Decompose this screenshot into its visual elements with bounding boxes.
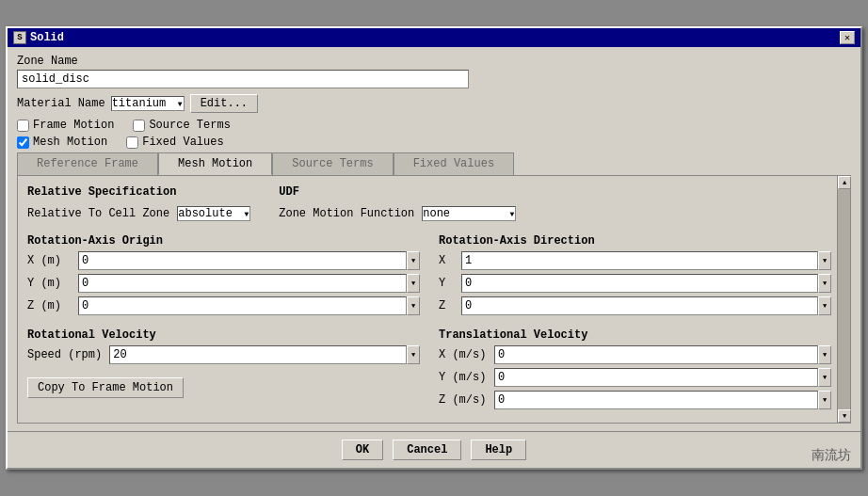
dir-z-row: Z ▼ (439, 296, 831, 315)
dir-y-arrow[interactable]: ▼ (818, 274, 831, 293)
trans-x-row: X (m/s) ▼ (439, 345, 831, 364)
dir-z-arrow[interactable]: ▼ (818, 296, 831, 315)
dir-z-input[interactable] (461, 296, 818, 315)
origin-z-arrow[interactable]: ▼ (407, 296, 420, 315)
cancel-button[interactable]: Cancel (393, 440, 461, 460)
scrollbar-track[interactable] (838, 189, 850, 409)
origin-y-input[interactable] (78, 274, 407, 293)
origin-y-label: Y (m) (27, 277, 74, 290)
dialog-title: Solid (30, 31, 64, 44)
material-select[interactable]: titanium (111, 96, 185, 111)
dir-y-label: Y (439, 277, 458, 290)
tab-source-terms[interactable]: Source Terms (272, 152, 393, 175)
scrollbar-up-button[interactable]: ▲ (838, 176, 851, 189)
zone-motion-label: Zone Motion Function (279, 207, 414, 220)
rotation-origin-col: Rotation-Axis Origin X (m) ▼ Y (m) ▼ (27, 234, 420, 319)
dir-x-wrapper: ▼ (461, 251, 831, 270)
checkbox-group: Frame Motion Source Terms (17, 119, 851, 132)
relative-to-cell-select[interactable]: absolute (177, 206, 250, 221)
checkbox-group-2: Mesh Motion Fixed Values (17, 136, 851, 149)
mesh-motion-checkbox-label[interactable]: Mesh Motion (17, 136, 107, 149)
trans-x-wrapper: ▼ (494, 345, 831, 364)
tab-reference-frame[interactable]: Reference Frame (17, 152, 158, 175)
tab-fixed-values[interactable]: Fixed Values (394, 152, 514, 175)
dialog-body: Zone Name Material Name titanium Edit...… (8, 47, 860, 431)
trans-y-label: Y (m/s) (439, 371, 490, 384)
mesh-motion-label: Mesh Motion (33, 136, 107, 149)
material-row: Material Name titanium Edit... (17, 94, 851, 113)
title-bar: S Solid ✕ (8, 28, 860, 47)
title-bar-left: S Solid (13, 31, 64, 44)
material-select-wrapper[interactable]: titanium (111, 96, 185, 111)
frame-motion-checkbox[interactable] (17, 120, 29, 132)
edit-button[interactable]: Edit... (190, 94, 258, 113)
dialog-icon: S (13, 31, 26, 44)
fixed-values-checkbox[interactable] (126, 136, 138, 149)
copy-btn-area: Copy To Frame Motion (27, 372, 420, 398)
origin-x-input[interactable] (78, 251, 407, 270)
speed-row: Speed (rpm) ▼ (27, 345, 420, 364)
dir-z-label: Z (439, 299, 458, 312)
frame-motion-checkbox-label[interactable]: Frame Motion (17, 119, 114, 132)
udf-col: UDF Zone Motion Function none (279, 185, 516, 225)
trans-z-arrow[interactable]: ▼ (818, 391, 831, 409)
fixed-values-checkbox-label[interactable]: Fixed Values (126, 136, 223, 149)
speed-arrow[interactable]: ▼ (407, 345, 420, 364)
copy-to-frame-button[interactable]: Copy To Frame Motion (27, 377, 184, 398)
trans-x-arrow[interactable]: ▼ (818, 345, 831, 364)
bottom-bar: OK Cancel Help 南流坊 (8, 431, 860, 468)
rotation-direction-title: Rotation-Axis Direction (439, 234, 831, 248)
source-terms-checkbox[interactable] (133, 120, 145, 132)
close-button[interactable]: ✕ (840, 31, 855, 44)
trans-x-label: X (m/s) (439, 348, 490, 361)
relative-udf-row: Relative Specification Relative To Cell … (27, 185, 831, 225)
zone-name-input[interactable] (17, 70, 469, 88)
frame-motion-label: Frame Motion (33, 119, 114, 132)
zone-motion-select-wrapper[interactable]: none (422, 206, 516, 221)
trans-y-wrapper: ▼ (494, 368, 831, 387)
origin-x-wrapper: ▼ (78, 251, 420, 270)
trans-y-input[interactable] (494, 368, 818, 387)
trans-x-input[interactable] (494, 345, 818, 364)
origin-x-arrow[interactable]: ▼ (407, 251, 420, 270)
udf-title: UDF (279, 185, 516, 199)
rotational-velocity-title: Rotational Velocity (27, 328, 420, 342)
dir-x-label: X (439, 254, 458, 267)
source-terms-checkbox-label[interactable]: Source Terms (133, 119, 230, 132)
origin-z-label: Z (m) (27, 299, 74, 312)
speed-label: Speed (rpm) (27, 348, 102, 361)
relative-to-cell-row: Relative To Cell Zone absolute (27, 206, 250, 221)
translational-velocity-title: Translational Velocity (439, 328, 831, 342)
tab-mesh-motion[interactable]: Mesh Motion (158, 152, 272, 175)
translational-velocity-col: Translational Velocity X (m/s) ▼ Y (m/s)… (439, 328, 831, 413)
trans-z-row: Z (m/s) ▼ (439, 391, 831, 409)
origin-y-arrow[interactable]: ▼ (407, 274, 420, 293)
ok-button[interactable]: OK (342, 440, 383, 460)
relative-to-cell-select-wrapper[interactable]: absolute (177, 206, 250, 221)
origin-y-row: Y (m) ▼ (27, 274, 420, 293)
trans-y-arrow[interactable]: ▼ (818, 368, 831, 387)
solid-dialog: S Solid ✕ Zone Name Material Name titani… (6, 26, 862, 470)
rotational-velocity-col: Rotational Velocity Speed (rpm) ▼ Copy T… (27, 328, 420, 413)
dir-x-arrow[interactable]: ▼ (818, 251, 831, 270)
dir-x-row: X ▼ (439, 251, 831, 270)
tab-bar: Reference Frame Mesh Motion Source Terms… (17, 152, 851, 176)
dir-y-input[interactable] (461, 274, 818, 293)
dir-z-wrapper: ▼ (461, 296, 831, 315)
origin-z-row: Z (m) ▼ (27, 296, 420, 315)
speed-input[interactable] (109, 345, 407, 364)
origin-z-input[interactable] (78, 296, 407, 315)
relative-spec-col: Relative Specification Relative To Cell … (27, 185, 250, 225)
dir-x-input[interactable] (461, 251, 818, 270)
mesh-motion-checkbox[interactable] (17, 136, 29, 149)
help-button[interactable]: Help (471, 440, 526, 460)
rotation-origin-title: Rotation-Axis Origin (27, 234, 420, 248)
zone-motion-row: Zone Motion Function none (279, 206, 516, 221)
zone-motion-select[interactable]: none (422, 206, 516, 221)
dir-y-wrapper: ▼ (461, 274, 831, 293)
scrollbar-down-button[interactable]: ▼ (838, 409, 851, 423)
zone-name-label: Zone Name (17, 55, 851, 68)
origin-x-row: X (m) ▼ (27, 251, 420, 270)
origin-x-label: X (m) (27, 254, 74, 267)
trans-z-input[interactable] (494, 391, 818, 409)
